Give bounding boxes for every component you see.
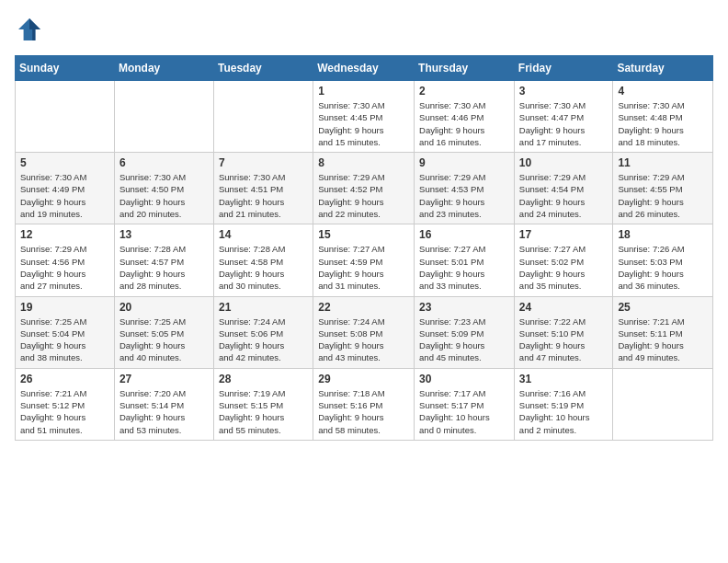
day-number: 16	[419, 228, 509, 241]
day-info: Sunrise: 7:21 AM Sunset: 5:12 PM Dayligh…	[20, 387, 109, 436]
day-number: 4	[618, 85, 708, 98]
day-cell: 13Sunrise: 7:28 AM Sunset: 4:57 PM Dayli…	[114, 224, 213, 296]
day-cell	[613, 368, 713, 440]
day-cell: 3Sunrise: 7:30 AM Sunset: 4:47 PM Daylig…	[514, 81, 613, 153]
week-row-5: 26Sunrise: 7:21 AM Sunset: 5:12 PM Dayli…	[16, 368, 713, 440]
day-cell: 30Sunrise: 7:17 AM Sunset: 5:17 PM Dayli…	[415, 368, 515, 440]
day-cell: 20Sunrise: 7:25 AM Sunset: 5:05 PM Dayli…	[114, 296, 213, 368]
day-cell: 2Sunrise: 7:30 AM Sunset: 4:46 PM Daylig…	[415, 81, 515, 153]
day-info: Sunrise: 7:30 AM Sunset: 4:51 PM Dayligh…	[219, 171, 308, 220]
day-info: Sunrise: 7:30 AM Sunset: 4:49 PM Dayligh…	[20, 171, 109, 220]
col-header-thursday: Thursday	[415, 56, 515, 81]
day-number: 9	[419, 156, 509, 169]
calendar-header-row: SundayMondayTuesdayWednesdayThursdayFrid…	[16, 56, 713, 81]
day-info: Sunrise: 7:29 AM Sunset: 4:53 PM Dayligh…	[419, 171, 509, 220]
day-cell: 21Sunrise: 7:24 AM Sunset: 5:06 PM Dayli…	[213, 296, 313, 368]
day-cell: 4Sunrise: 7:30 AM Sunset: 4:48 PM Daylig…	[613, 81, 713, 153]
day-number: 20	[119, 301, 209, 314]
day-cell: 7Sunrise: 7:30 AM Sunset: 4:51 PM Daylig…	[213, 153, 313, 224]
day-number: 30	[419, 373, 509, 385]
day-info: Sunrise: 7:24 AM Sunset: 5:06 PM Dayligh…	[219, 316, 308, 364]
day-cell: 6Sunrise: 7:30 AM Sunset: 4:50 PM Daylig…	[114, 153, 213, 224]
day-info: Sunrise: 7:23 AM Sunset: 5:09 PM Dayligh…	[419, 316, 509, 364]
day-info: Sunrise: 7:28 AM Sunset: 4:57 PM Dayligh…	[119, 243, 209, 292]
day-info: Sunrise: 7:29 AM Sunset: 4:52 PM Dayligh…	[318, 171, 409, 220]
day-cell	[114, 81, 213, 153]
day-number: 17	[519, 228, 609, 241]
week-row-1: 1Sunrise: 7:30 AM Sunset: 4:45 PM Daylig…	[16, 81, 713, 153]
day-info: Sunrise: 7:18 AM Sunset: 5:16 PM Dayligh…	[318, 387, 409, 436]
day-cell: 8Sunrise: 7:29 AM Sunset: 4:52 PM Daylig…	[313, 153, 415, 224]
day-info: Sunrise: 7:26 AM Sunset: 5:03 PM Dayligh…	[618, 243, 708, 292]
day-info: Sunrise: 7:19 AM Sunset: 5:15 PM Dayligh…	[219, 387, 308, 436]
day-info: Sunrise: 7:30 AM Sunset: 4:48 PM Dayligh…	[618, 99, 708, 148]
day-info: Sunrise: 7:27 AM Sunset: 4:59 PM Dayligh…	[318, 243, 409, 292]
day-cell: 31Sunrise: 7:16 AM Sunset: 5:19 PM Dayli…	[514, 368, 613, 440]
day-number: 24	[519, 301, 609, 314]
day-number: 19	[20, 301, 109, 314]
day-number: 13	[119, 228, 209, 241]
col-header-tuesday: Tuesday	[213, 56, 313, 81]
day-info: Sunrise: 7:30 AM Sunset: 4:46 PM Dayligh…	[419, 99, 509, 148]
day-info: Sunrise: 7:24 AM Sunset: 5:08 PM Dayligh…	[318, 316, 409, 364]
day-number: 3	[519, 85, 609, 98]
day-cell: 15Sunrise: 7:27 AM Sunset: 4:59 PM Dayli…	[313, 224, 415, 296]
day-info: Sunrise: 7:28 AM Sunset: 4:58 PM Dayligh…	[219, 243, 308, 292]
day-info: Sunrise: 7:20 AM Sunset: 5:14 PM Dayligh…	[119, 387, 209, 436]
day-number: 11	[618, 156, 708, 169]
day-info: Sunrise: 7:29 AM Sunset: 4:55 PM Dayligh…	[618, 171, 708, 220]
day-info: Sunrise: 7:17 AM Sunset: 5:17 PM Dayligh…	[419, 387, 509, 436]
col-header-sunday: Sunday	[16, 56, 115, 81]
day-info: Sunrise: 7:29 AM Sunset: 4:54 PM Dayligh…	[519, 171, 609, 220]
day-number: 31	[519, 373, 609, 385]
day-number: 10	[519, 156, 609, 169]
day-cell: 22Sunrise: 7:24 AM Sunset: 5:08 PM Dayli…	[313, 296, 415, 368]
day-cell: 11Sunrise: 7:29 AM Sunset: 4:55 PM Dayli…	[613, 153, 713, 224]
day-info: Sunrise: 7:30 AM Sunset: 4:47 PM Dayligh…	[519, 99, 609, 148]
day-info: Sunrise: 7:30 AM Sunset: 4:45 PM Dayligh…	[318, 99, 409, 148]
day-cell: 16Sunrise: 7:27 AM Sunset: 5:01 PM Dayli…	[415, 224, 515, 296]
day-info: Sunrise: 7:22 AM Sunset: 5:10 PM Dayligh…	[519, 316, 609, 364]
day-number: 29	[318, 373, 409, 385]
week-row-3: 12Sunrise: 7:29 AM Sunset: 4:56 PM Dayli…	[16, 224, 713, 296]
col-header-saturday: Saturday	[613, 56, 713, 81]
day-number: 21	[219, 301, 308, 314]
week-row-2: 5Sunrise: 7:30 AM Sunset: 4:49 PM Daylig…	[16, 153, 713, 224]
day-number: 23	[419, 301, 509, 314]
day-cell: 23Sunrise: 7:23 AM Sunset: 5:09 PM Dayli…	[415, 296, 515, 368]
day-cell: 24Sunrise: 7:22 AM Sunset: 5:10 PM Dayli…	[514, 296, 613, 368]
day-info: Sunrise: 7:27 AM Sunset: 5:01 PM Dayligh…	[419, 243, 509, 292]
week-row-4: 19Sunrise: 7:25 AM Sunset: 5:04 PM Dayli…	[16, 296, 713, 368]
day-info: Sunrise: 7:16 AM Sunset: 5:19 PM Dayligh…	[519, 387, 609, 436]
day-info: Sunrise: 7:30 AM Sunset: 4:50 PM Dayligh…	[119, 171, 209, 220]
day-cell: 28Sunrise: 7:19 AM Sunset: 5:15 PM Dayli…	[213, 368, 313, 440]
col-header-wednesday: Wednesday	[313, 56, 415, 81]
day-number: 27	[119, 373, 209, 385]
day-cell: 29Sunrise: 7:18 AM Sunset: 5:16 PM Dayli…	[313, 368, 415, 440]
day-number: 12	[20, 228, 109, 241]
day-number: 2	[419, 85, 509, 98]
day-info: Sunrise: 7:25 AM Sunset: 5:04 PM Dayligh…	[20, 316, 109, 364]
day-info: Sunrise: 7:27 AM Sunset: 5:02 PM Dayligh…	[519, 243, 609, 292]
page: SundayMondayTuesdayWednesdayThursdayFrid…	[0, 0, 728, 455]
col-header-friday: Friday	[514, 56, 613, 81]
day-number: 18	[618, 228, 708, 241]
day-cell: 25Sunrise: 7:21 AM Sunset: 5:11 PM Dayli…	[613, 296, 713, 368]
day-cell: 18Sunrise: 7:26 AM Sunset: 5:03 PM Dayli…	[613, 224, 713, 296]
day-number: 26	[20, 373, 109, 385]
day-cell: 17Sunrise: 7:27 AM Sunset: 5:02 PM Dayli…	[514, 224, 613, 296]
logo	[15, 15, 48, 44]
header	[15, 15, 713, 44]
day-number: 6	[119, 156, 209, 169]
day-cell: 27Sunrise: 7:20 AM Sunset: 5:14 PM Dayli…	[114, 368, 213, 440]
day-number: 14	[219, 228, 308, 241]
day-cell: 19Sunrise: 7:25 AM Sunset: 5:04 PM Dayli…	[16, 296, 115, 368]
day-cell: 9Sunrise: 7:29 AM Sunset: 4:53 PM Daylig…	[415, 153, 515, 224]
day-cell: 10Sunrise: 7:29 AM Sunset: 4:54 PM Dayli…	[514, 153, 613, 224]
day-number: 7	[219, 156, 308, 169]
col-header-monday: Monday	[114, 56, 213, 81]
day-number: 8	[318, 156, 409, 169]
day-cell: 1Sunrise: 7:30 AM Sunset: 4:45 PM Daylig…	[313, 81, 415, 153]
day-number: 25	[618, 301, 708, 314]
day-cell: 5Sunrise: 7:30 AM Sunset: 4:49 PM Daylig…	[16, 153, 115, 224]
